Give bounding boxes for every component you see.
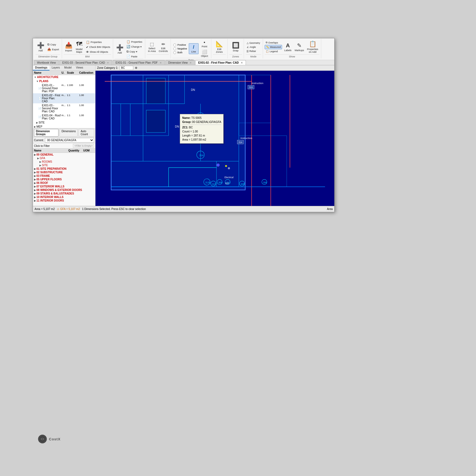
paste-button[interactable]: 📄 Paste (125, 54, 143, 59)
overlaps-button[interactable]: ⧉ Overlaps (265, 41, 282, 45)
positive-radio[interactable]: Positive (173, 43, 187, 47)
tab-model[interactable]: Model (62, 65, 74, 70)
qty-item-11[interactable]: ▶ 11 INTERIOR DOORS (33, 199, 95, 202)
tree-item-ex01-01[interactable]: 📄 EX01-01 - Ground Floor Plan: PDF m... … (33, 83, 95, 93)
svg-text:Instruction: Instruction (252, 82, 263, 85)
rebar-button[interactable]: ||| Rebar (246, 49, 261, 53)
tab-drawings[interactable]: Drawings (33, 65, 50, 70)
snap-button[interactable]: 🔲 Snap (231, 41, 240, 52)
svg-point-52 (225, 165, 227, 167)
tree-item-ex01-02[interactable]: 📄 EX01-02 - First Floor Plan: CAD m... 1… (33, 93, 95, 103)
svg-text:DN: DN (175, 125, 179, 128)
change-icon: 🔄 (126, 45, 130, 48)
tooltip-zc1: ZC1: BC (182, 125, 221, 129)
show-title: Show (265, 54, 319, 58)
close-tab-dim-view[interactable]: ✕ (190, 61, 192, 64)
copy-dim-button[interactable]: ⧉ Copy ▾ (125, 49, 143, 54)
negative-radio[interactable]: Negative (173, 47, 187, 51)
import-button[interactable]: 📥 Import (64, 41, 73, 52)
svg-text:309: 309 (218, 181, 222, 184)
select-title (147, 54, 169, 58)
tree-body: ▼ ARCHITECTURE ▼ PLANS 📄 EX01-01 - Groun… (33, 75, 95, 128)
qty-item-01[interactable]: ▶ 01 SITE PREPARATION (33, 167, 95, 171)
svg-text:315: 315 (249, 86, 253, 89)
tab-workbook[interactable]: Workbook View (34, 60, 59, 65)
tab-ex01-01[interactable]: EX01-01 - Ground Floor Plan: PDF ✕ (113, 60, 165, 65)
properties-on-add-button[interactable]: 📋 Propertieson Add (306, 40, 319, 54)
labels-button[interactable]: A Labels (283, 42, 293, 52)
geometry-button[interactable]: △ Geometry (246, 41, 261, 45)
qty-item-site[interactable]: ▶ SITE (33, 163, 95, 167)
close-tab-ex01-03[interactable]: ✕ (107, 61, 109, 64)
copy-icon: ⧉ (47, 43, 50, 46)
tab-dimension-view[interactable]: Dimension View ✕ (165, 60, 195, 65)
properties-bim-button[interactable]: 📋 Properties (85, 40, 111, 45)
svg-point-54 (217, 164, 219, 166)
svg-text:314: 314 (199, 154, 203, 157)
add-dim-button[interactable]: ➕ Add (115, 44, 125, 55)
properties-on-add-label: Propertieson Add (307, 48, 318, 53)
legend-button[interactable]: 📋 Legend (265, 50, 282, 53)
edit-zones-icon: 📐 (216, 41, 223, 48)
measured-button[interactable]: 📏 Measured (265, 45, 282, 49)
qty-item-09[interactable]: ▶ 09 STAIRS & BALUSTRADES (33, 192, 95, 195)
tree-item-mep[interactable]: ▶ MEP (33, 125, 95, 128)
edit-controls-button[interactable]: ✏ EditControls (158, 41, 169, 53)
qty-item-08[interactable]: ▶ 08 WINDOWS & EXTERIOR DOORS (33, 188, 95, 192)
filter-tag[interactable]: <Filter is Empty> (73, 144, 94, 148)
current-row: Current: 00 GENERAL\GFA\GFA (33, 137, 95, 143)
tab-layers[interactable]: Layers (50, 65, 62, 70)
zone-settings-icon[interactable]: ⚙ (135, 66, 137, 69)
dim-tab-dimensions[interactable]: Dimensions (60, 129, 78, 137)
edit-zones-label: EditZones (216, 48, 223, 53)
change-button[interactable]: 🔄 Change ▾ (125, 44, 143, 49)
properties-dim-icon: 📋 (126, 40, 130, 44)
qty-item-rooms[interactable]: ▶ ROOMS (33, 160, 95, 163)
qty-item-07[interactable]: ▶ 07 EXTERIOR WALLS (33, 185, 95, 188)
dim-tab-groups[interactable]: Dimension Groups (34, 129, 58, 137)
tree-item-site[interactable]: ▶ SITE (33, 120, 95, 125)
tooltip-count: Count = 1.00 (182, 129, 221, 134)
logo-icon (38, 435, 47, 443)
tab-views[interactable]: Views (74, 65, 85, 70)
tree-item-ex01-03[interactable]: 📄 EX01-03 - Second Floor Plan: CAD m... … (33, 103, 95, 113)
both-radio[interactable]: Both (173, 51, 187, 54)
close-tab-ex01-02[interactable]: ✕ (241, 61, 243, 64)
line-button[interactable]: / Line (189, 43, 199, 54)
qty-header: Name Quantity UOM (33, 149, 95, 153)
select-in-area-button[interactable]: ⬚ SelectIn Area (147, 41, 157, 53)
model-maps-button[interactable]: 🗺 ModelMaps (74, 40, 84, 54)
object-button[interactable]: ⬜ Object (200, 49, 209, 58)
export-button[interactable]: 📤 Export (46, 47, 60, 52)
drawing-canvas[interactable]: Instruction 315 Instruction 314 315 314 … (95, 72, 334, 206)
qty-item-00-general[interactable]: ▶ 00 GENERAL (33, 153, 95, 156)
canvas-area[interactable]: Zone Category 1: ⚙ (95, 65, 334, 206)
tab-ex01-03[interactable]: EX01-03 - Second Floor Plan: CAD ✕ (59, 60, 112, 65)
tree-item-plans[interactable]: ▼ PLANS (33, 79, 95, 83)
qty-item-05[interactable]: ▶ 05 UPPER FLOORS (33, 178, 95, 181)
qty-item-10[interactable]: ▶ 10 INTERIOR WALLS (33, 195, 95, 199)
properties-dim-button[interactable]: 📋 Properties (125, 39, 143, 44)
check-bim-button[interactable]: ✔ Check BIM Objects (85, 45, 111, 50)
dim-tab-auto-count[interactable]: Auto Count (79, 129, 94, 137)
zone-input[interactable] (120, 66, 133, 70)
qty-item-02[interactable]: ▶ 02 SUBSTRUCTURE (33, 171, 95, 174)
qty-item-06[interactable]: ▶ 06 ROOF (33, 181, 95, 185)
add-button[interactable]: ➕ Add (36, 41, 45, 52)
edit-zones-button[interactable]: 📐 EditZones (214, 40, 224, 54)
qty-item-gfa[interactable]: ▶ GFA (33, 156, 95, 160)
svg-text:314: 314 (239, 141, 242, 144)
point-button[interactable]: • Point (200, 39, 209, 48)
show-all-button[interactable]: 👁 Show All Objects (85, 50, 111, 54)
tree-item-ex01-04[interactable]: 📄 EX01-04 - Roof Plan: CAD m... 1:1 1.00 (33, 113, 95, 120)
tab-ex01-02[interactable]: EX01-02 - First Floor Plan: CAD ✕ (195, 60, 246, 65)
angle-button[interactable]: ∠ Angle (246, 45, 261, 49)
copy-button[interactable]: ⧉ Copy (46, 42, 60, 47)
tree-item-architecture[interactable]: ▼ ARCHITECTURE (33, 75, 95, 79)
svg-text:DN: DN (191, 88, 195, 91)
current-dropdown[interactable]: 00 GENERAL\GFA\GFA (45, 138, 94, 143)
markups-button[interactable]: ✎ Markups (293, 42, 305, 52)
svg-text:Electrical: Electrical (224, 176, 233, 179)
close-tab-ex01-01[interactable]: ✕ (160, 61, 162, 64)
qty-item-03[interactable]: ▶ 03 FRAME (33, 174, 95, 178)
